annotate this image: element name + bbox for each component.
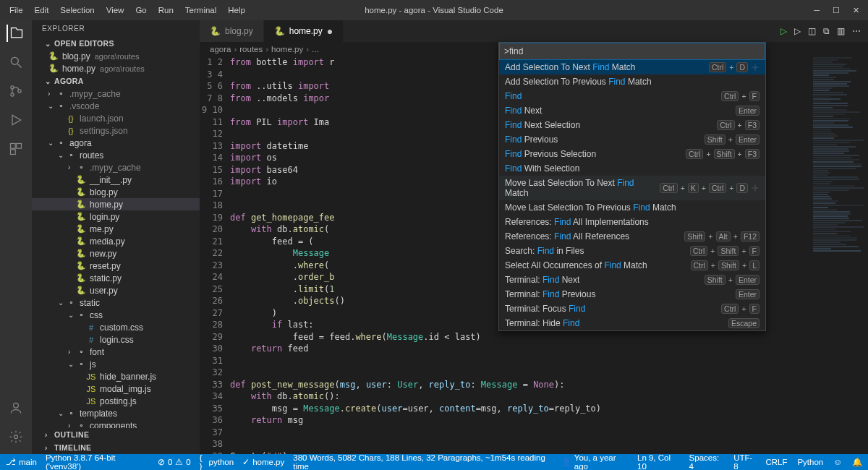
folder-item[interactable]: ⌄∘routes [32,149,200,161]
file-item[interactable]: {}launch.json [32,112,200,124]
status-eol[interactable]: CRLF [765,458,787,466]
command-item[interactable]: Find PreviousShift + Enter [499,132,765,147]
menu-help[interactable]: Help [223,3,250,17]
run-debug-icon[interactable] [7,111,25,129]
command-item[interactable]: Terminal: Hide FindEscape [499,316,765,330]
svg-point-11 [754,187,757,189]
status-spaces[interactable]: Spaces: 4 [689,453,724,470]
status-branch[interactable]: ⎇ main [6,457,37,467]
svg-point-10 [754,67,757,69]
file-item[interactable]: 🐍blog.py [32,186,200,198]
explorer-icon[interactable] [7,25,24,42]
folder-item[interactable]: ›∘components [32,419,200,428]
status-lang[interactable]: { } python [200,453,234,470]
folder-item[interactable]: ›∘font [32,346,200,358]
status-words[interactable]: 380 Words, 5082 Chars, 188 Lines, 32 Par… [293,453,553,470]
command-palette: Add Selection To Next Find MatchCtrl + D… [498,42,766,331]
section-outline[interactable]: ›OUTLINE [32,428,200,441]
command-item[interactable]: Find NextEnter [499,103,765,118]
tab-blog.py[interactable]: 🐍blog.py [200,20,264,42]
split-right-icon[interactable]: ▥ [837,26,845,36]
file-item[interactable]: 🐍__init__.py [32,174,200,186]
section-workspace[interactable]: ⌄AGORA [32,74,200,87]
folder-item[interactable]: ⌄∘agora [32,137,200,149]
file-item[interactable]: #login.css [32,333,200,346]
folder-item[interactable]: ⌄∘templates [32,407,200,419]
menu-view[interactable]: View [101,3,129,17]
file-item[interactable]: 🐍login.py [32,210,200,223]
file-item[interactable]: JSposting.js [32,395,200,407]
file-item[interactable]: {}settings.json [32,124,200,137]
command-item[interactable]: Move Last Selection To Previous Find Mat… [499,200,765,215]
folder-item[interactable]: ›∘.mypy_cache [32,87,200,100]
search-icon[interactable] [7,54,25,71]
command-item[interactable]: Select All Occurrences of Find MatchCtrl… [499,258,765,273]
menu-file[interactable]: File [4,3,28,17]
file-item[interactable]: 🐍home.py [32,198,200,210]
command-item[interactable]: FindCtrl + F [499,89,765,103]
status-position[interactable]: Ln 9, Col 10 [637,453,679,470]
command-item[interactable]: References: Find All ReferencesShift + A… [499,229,765,244]
file-item[interactable]: 🐍static.py [32,272,200,284]
folder-item[interactable]: ⌄∘css [32,309,200,321]
file-item[interactable]: 🐍user.py [32,284,200,296]
file-item[interactable]: 🐍new.py [32,247,200,260]
source-control-icon[interactable] [7,82,25,100]
folder-item[interactable]: ⌄∘static [32,296,200,309]
minimize-icon[interactable]: ─ [814,6,820,15]
command-item[interactable]: Terminal: Find NextShift + Enter [499,273,765,287]
status-encoding[interactable]: UTF-8 [733,453,755,470]
editor-actions: ▷ ▷ ◫ ⧉ ▥ ⋯ [773,20,868,42]
more-icon[interactable]: ⋯ [852,26,861,36]
command-item[interactable]: Find Previous SelectionCtrl + Shift + F3 [499,147,765,161]
status-problems[interactable]: ⊘ 0 ⚠ 0 [158,457,191,467]
command-item[interactable]: Find With Selection [499,161,765,176]
folder-item[interactable]: ›∘.mypy_cache [32,161,200,174]
menu-selection[interactable]: Selection [55,3,99,17]
status-bell-icon[interactable]: 🔔 [852,457,862,467]
file-item[interactable]: 🐍me.py [32,223,200,235]
menu-run[interactable]: Run [153,3,179,17]
file-item[interactable]: JSmodal_img.js [32,383,200,395]
file-item[interactable]: #custom.css [32,321,200,333]
folder-item[interactable]: ⌄∘.vscode [32,100,200,112]
status-python[interactable]: Python 3.8.7 64-bit ('venv38') [46,453,149,470]
file-item[interactable]: 🐍media.py [32,235,200,247]
tab-home.py[interactable]: 🐍home.py● [264,20,344,42]
menu-terminal[interactable]: Terminal [180,3,221,17]
status-file[interactable]: ✓ home.py [242,457,284,467]
section-open-editors[interactable]: ⌄OPEN EDITORS [32,37,200,50]
close-icon[interactable]: ✕ [853,6,859,15]
svg-point-0 [11,57,18,64]
account-icon[interactable] [7,399,25,416]
settings-gear-icon[interactable] [7,428,25,445]
status-feedback[interactable]: ☺ [833,458,842,466]
maximize-icon[interactable]: ☐ [833,6,840,15]
command-item[interactable]: Terminal: Focus FindCtrl + F [499,302,765,316]
extensions-icon[interactable] [7,140,25,158]
open-editor-item[interactable]: 🐍home.pyagora\routes [32,62,200,74]
split-icon[interactable]: ◫ [808,26,816,36]
open-editor-item[interactable]: 🐍blog.pyagora\routes [32,50,200,62]
command-input[interactable] [499,43,765,60]
file-item[interactable]: JShide_banner.js [32,370,200,383]
run-icon[interactable]: ▷ [780,26,787,36]
activity-bar [0,20,32,454]
status-mode[interactable]: Python [797,458,823,466]
command-item[interactable]: Find Next SelectionCtrl + F3 [499,118,765,132]
menu-go[interactable]: Go [130,3,151,17]
command-item[interactable]: Terminal: Find PreviousEnter [499,287,765,302]
file-item[interactable]: 🐍reset.py [32,260,200,272]
section-timeline[interactable]: ›TIMELINE [32,441,200,454]
folder-item[interactable]: ⌄∘js [32,358,200,370]
minimap[interactable] [810,56,868,454]
command-item[interactable]: Add Selection To Previous Find Match [499,74,765,89]
command-item[interactable]: References: Find All Implementations [499,215,765,229]
status-blame[interactable]: 👤 You, a year ago [561,453,627,470]
command-item[interactable]: Search: Find in FilesCtrl + Shift + F [499,244,765,258]
menu-edit[interactable]: Edit [30,3,54,17]
debug-icon[interactable]: ▷ [794,26,801,36]
diff-icon[interactable]: ⧉ [823,26,830,36]
command-item[interactable]: Move Last Selection To Next Find MatchCt… [499,176,765,200]
command-item[interactable]: Add Selection To Next Find MatchCtrl + D [499,60,765,74]
